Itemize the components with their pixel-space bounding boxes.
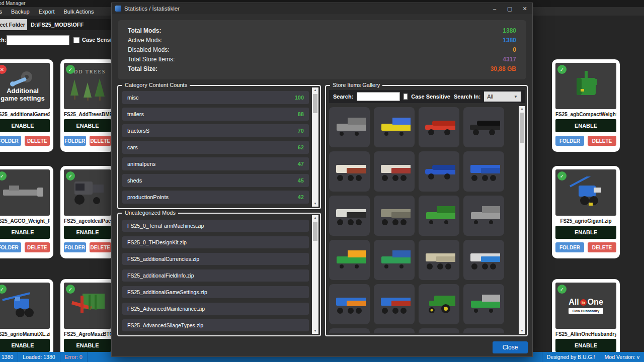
store-item-partial-1[interactable] <box>329 328 370 333</box>
case-sensitive-checkbox[interactable] <box>73 37 79 43</box>
mod-thumbnail: ✓ ADD TREES <box>64 63 111 109</box>
store-item-tan-truck[interactable] <box>419 240 459 280</box>
logo-text: One <box>588 298 603 307</box>
gallery-search-in-label: Search In: <box>454 94 480 100</box>
select-folder-button[interactable]: Select Folder <box>0 19 27 30</box>
store-item-black-muscle-car[interactable] <box>463 107 504 147</box>
gallery-case-sensitive-checkbox[interactable] <box>404 94 408 100</box>
vehicle-icon <box>334 293 366 316</box>
mod-filename: FS25_agcoIdealPack.zip <box>64 218 111 224</box>
scrollbar[interactable]: ▲ ▼ <box>312 87 318 207</box>
scroll-up-icon[interactable]: ▲ <box>521 106 524 112</box>
menu-export[interactable]: Export <box>39 9 55 15</box>
delete-button[interactable]: DELETE <box>588 136 616 146</box>
scroll-down-icon[interactable]: ▼ <box>314 201 317 207</box>
mod-row: FS25_additionalGameSettings.zip <box>122 286 309 298</box>
scroll-thumb[interactable] <box>520 113 524 143</box>
menu-statistics[interactable]: Statistics <box>0 9 2 15</box>
thumb-text: game settings <box>1 95 44 102</box>
vehicle-icon <box>334 248 366 272</box>
maximize-icon[interactable]: ▢ <box>502 3 517 14</box>
enable-button[interactable]: ENABLE <box>0 339 50 352</box>
search-input[interactable] <box>7 35 69 45</box>
folder-button[interactable]: FOLDER <box>555 136 584 146</box>
store-item-yellow-sprayer[interactable] <box>374 107 415 147</box>
close-icon[interactable]: ✕ <box>517 3 532 14</box>
store-item-partial-2[interactable] <box>374 328 415 333</box>
menu-bulk-actions[interactable]: Bulk Actions <box>64 9 94 15</box>
enable-button[interactable]: ENABLE <box>64 339 111 352</box>
store-item-blue-dump-truck[interactable] <box>463 240 504 280</box>
store-item-white-pickup[interactable] <box>329 196 370 236</box>
mod-card: ✓ FS25_agrioGigant.zip ENABLE FOLDER DEL… <box>552 166 620 258</box>
folder-button[interactable]: FOLDER <box>0 136 21 146</box>
store-item-red-white-pickup[interactable] <box>329 151 370 192</box>
scroll-down-icon[interactable]: ▼ <box>314 328 317 334</box>
delete-button[interactable]: DELETE <box>90 242 112 252</box>
store-item-blue-pickup[interactable] <box>463 151 504 192</box>
store-item-orange-bed-truck[interactable] <box>329 284 370 324</box>
scrollbar[interactable]: ▲ ▼ <box>312 215 318 334</box>
enable-button[interactable]: ENABLE <box>64 226 111 239</box>
folder-button[interactable]: FOLDER <box>64 136 86 146</box>
mod-card: ✓ FS25_AGCO_Weight_Push... ENABLE FOLDER… <box>0 166 53 258</box>
scroll-down-icon[interactable]: ▼ <box>521 328 524 334</box>
scroll-thumb[interactable] <box>313 222 317 241</box>
gallery-search-input[interactable] <box>357 92 399 101</box>
folder-button[interactable]: FOLDER <box>0 242 21 252</box>
delete-button[interactable]: DELETE <box>25 136 50 146</box>
chevron-down-icon: ▼ <box>514 95 518 99</box>
enable-button[interactable]: ENABLE <box>555 119 616 132</box>
dialog-titlebar[interactable]: Statistics / İstatistikler – ▢ ✕ <box>112 3 532 14</box>
delete-button[interactable]: DELETE <box>90 136 112 146</box>
store-item-partial-4[interactable] <box>463 328 504 333</box>
store-item-white-semi-truck[interactable] <box>374 151 415 192</box>
scrollbar[interactable]: ▲ ▼ <box>519 106 525 334</box>
mod-zip-name: FS25_additionalGameSettings.zip <box>127 289 207 295</box>
vehicle-icon <box>468 116 500 139</box>
enable-button[interactable]: ENABLE <box>555 226 616 239</box>
category-name: misc <box>127 95 139 101</box>
close-button[interactable]: Close <box>493 341 528 353</box>
folder-button[interactable]: FOLDER <box>555 242 584 252</box>
scroll-up-icon[interactable]: ▲ <box>314 215 317 221</box>
mod-thumbnail: ✕ Additional game settings <box>0 63 50 109</box>
search-in-dropdown[interactable]: All ▼ <box>484 92 521 102</box>
scroll-thumb[interactable] <box>313 94 317 113</box>
vehicle-icon <box>423 160 455 183</box>
store-item-red-classic-car[interactable] <box>419 107 459 147</box>
mod-thumbnail: ✓ <box>64 169 111 216</box>
store-item-log-truck[interactable] <box>374 284 415 324</box>
store-item-gray-implement[interactable] <box>463 196 504 236</box>
delete-button[interactable]: DELETE <box>25 242 50 252</box>
store-item-frame-implement[interactable] <box>329 107 370 147</box>
mod-filename: FS25_agrioGigant.zip <box>555 218 616 224</box>
vehicle-icon <box>423 116 455 139</box>
store-item-green-leveler[interactable] <box>329 240 370 280</box>
folder-path-field[interactable]: D:\FS25_MODS\OFF <box>28 19 111 30</box>
store-item-green-tractor[interactable] <box>419 284 459 324</box>
store-item-green-blade[interactable] <box>374 240 415 280</box>
store-item-green-spreader[interactable] <box>463 284 504 324</box>
mod-filename: FS25_additionalGameSetti... <box>0 112 50 117</box>
mod-row: FS25_additionalCurrencies.zip <box>122 253 309 265</box>
scroll-up-icon[interactable]: ▲ <box>314 87 317 93</box>
status-check-icon: ✓ <box>557 285 567 294</box>
minimize-icon[interactable]: – <box>487 3 502 14</box>
store-item-military-truck[interactable] <box>374 196 415 236</box>
store-item-partial-3[interactable] <box>419 328 459 333</box>
mod-filename: FS25_AGCO_Weight_Push... <box>0 218 50 224</box>
store-item-blue-suv[interactable] <box>419 151 459 192</box>
menu-backup[interactable]: Backup <box>11 9 30 15</box>
enable-button[interactable]: ENABLE <box>64 119 111 132</box>
enable-button[interactable]: ENABLE <box>0 226 50 239</box>
mod-thumbnail: ✓ <box>0 283 50 329</box>
enable-button[interactable]: ENABLE <box>555 339 616 352</box>
status-loaded: Loaded: 1380 <box>18 352 60 362</box>
store-item-green-planter[interactable] <box>419 196 459 236</box>
folder-button[interactable]: FOLDER <box>64 242 86 252</box>
delete-button[interactable]: DELETE <box>588 242 616 252</box>
enable-button[interactable]: ENABLE <box>0 119 50 132</box>
vehicle-icon <box>468 293 500 316</box>
allinone-logo: All in One <box>569 298 603 307</box>
